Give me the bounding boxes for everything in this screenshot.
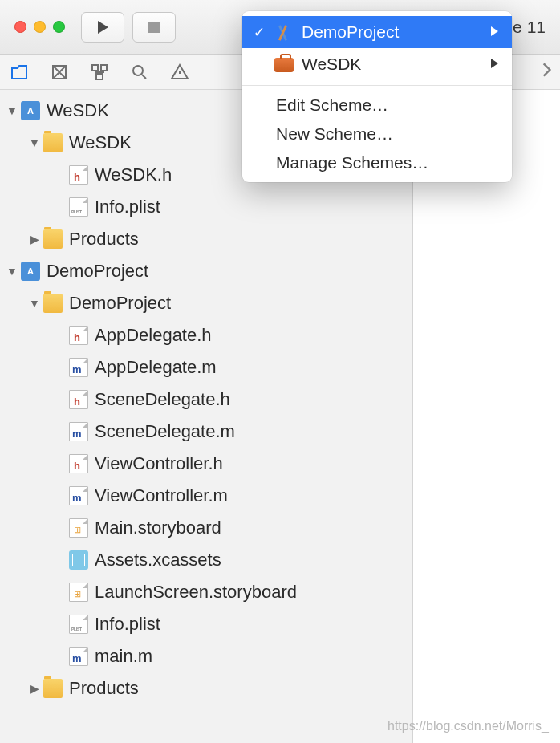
file-name: ViewController.m (95, 485, 228, 506)
file-row[interactable]: main.m (0, 640, 412, 672)
file-row[interactable]: AppDelegate.m (0, 351, 412, 384)
folder-icon (43, 294, 63, 313)
zoom-window-button[interactable] (53, 21, 65, 33)
project-name: DemoProject (47, 261, 148, 282)
edit-scheme-menu-item[interactable]: Edit Scheme… (242, 91, 512, 120)
scheme-menu: ✓ DemoProject WeSDK Edit Scheme… New Sch… (242, 11, 512, 182)
header-file-icon (69, 454, 88, 473)
folder-icon (43, 133, 63, 152)
disclosure-triangle-icon[interactable]: ▶ (29, 233, 40, 246)
watermark: https://blog.csdn.net/Morris_ (388, 719, 549, 733)
symbol-navigator-tab[interactable] (88, 61, 111, 83)
svg-point-4 (133, 66, 143, 75)
folder-name: Products (69, 678, 139, 699)
disclosure-triangle-icon[interactable]: ▼ (6, 104, 18, 117)
disclosure-triangle-icon[interactable]: ▼ (29, 136, 40, 149)
disclosure-triangle-icon[interactable]: ▶ (29, 682, 40, 695)
header-file-icon (69, 390, 88, 409)
file-name: AppDelegate.h (95, 325, 212, 346)
submenu-arrow-icon (489, 58, 499, 71)
file-name: SceneDelegate.h (95, 389, 230, 410)
source-control-navigator-tab[interactable] (48, 61, 71, 83)
file-name: WeSDK.h (95, 164, 172, 185)
new-scheme-menu-item[interactable]: New Scheme… (242, 120, 512, 148)
folder-row[interactable]: ▼ DemoProject (0, 287, 412, 319)
app-scheme-icon (274, 24, 294, 40)
scheme-menu-item-demoproject[interactable]: ✓ DemoProject (242, 16, 512, 48)
find-navigator-tab[interactable] (128, 61, 151, 83)
project-icon (21, 262, 40, 281)
file-name: Info.plist (95, 614, 160, 635)
assets-catalog-icon (69, 550, 88, 570)
header-file-icon (69, 326, 88, 345)
project-navigator: ▼ WeSDK ▼ WeSDK WeSDK.h Info.plist ▶ Pro… (0, 90, 413, 743)
stop-icon (148, 22, 160, 33)
folder-icon (43, 679, 63, 698)
play-icon (98, 21, 108, 34)
folder-row[interactable]: ▶ Products (0, 223, 412, 255)
project-name: WeSDK (47, 100, 109, 121)
storyboard-file-icon (69, 518, 88, 538)
minimize-window-button[interactable] (34, 21, 46, 33)
file-row[interactable]: AppDelegate.h (0, 319, 412, 351)
storyboard-file-icon (69, 583, 88, 602)
file-row[interactable]: Info.plist (0, 608, 412, 640)
file-name: ViewController.h (95, 453, 223, 474)
file-name: Main.storyboard (95, 518, 221, 538)
file-row[interactable]: SceneDelegate.h (0, 384, 412, 416)
project-row[interactable]: ▼ DemoProject (0, 255, 412, 287)
checkmark-icon: ✓ (254, 24, 266, 41)
svg-rect-3 (96, 74, 103, 79)
window-controls (14, 21, 65, 33)
file-row[interactable]: Assets.xcassets (0, 544, 412, 576)
framework-scheme-icon (274, 56, 294, 72)
scheme-label: WeSDK (302, 55, 361, 74)
folder-name: Products (69, 229, 139, 250)
submenu-arrow-icon (489, 26, 499, 39)
impl-file-icon (69, 358, 88, 377)
folder-name: WeSDK (69, 132, 132, 153)
folder-row[interactable]: ▶ Products (0, 672, 412, 704)
more-tabs-chevron-icon[interactable] (541, 59, 552, 84)
file-row[interactable]: Main.storyboard (0, 512, 412, 544)
file-row[interactable]: ViewController.h (0, 448, 412, 480)
issue-navigator-tab[interactable] (168, 61, 191, 83)
file-name: Info.plist (95, 197, 160, 217)
folder-icon (43, 229, 63, 249)
scheme-label: DemoProject (302, 22, 399, 42)
project-icon (21, 101, 40, 120)
scheme-menu-item-wesdk[interactable]: WeSDK (242, 48, 512, 80)
folder-name: DemoProject (69, 293, 171, 314)
file-name: SceneDelegate.m (95, 421, 235, 442)
file-name: Assets.xcassets (95, 550, 221, 570)
header-file-icon (69, 165, 88, 185)
file-row[interactable]: Info.plist (0, 191, 412, 223)
stop-button[interactable] (132, 12, 176, 43)
plist-file-icon (69, 197, 88, 217)
file-name: AppDelegate.m (95, 357, 217, 378)
file-row[interactable]: SceneDelegate.m (0, 416, 412, 448)
project-navigator-tab[interactable] (8, 61, 30, 83)
manage-schemes-menu-item[interactable]: Manage Schemes… (242, 148, 512, 177)
file-name: LaunchScreen.storyboard (95, 582, 297, 603)
file-row[interactable]: ViewController.m (0, 480, 412, 512)
file-row[interactable]: LaunchScreen.storyboard (0, 576, 412, 608)
svg-rect-2 (101, 65, 107, 71)
impl-file-icon (69, 486, 88, 505)
impl-file-icon (69, 422, 88, 441)
disclosure-triangle-icon[interactable]: ▼ (6, 265, 18, 278)
menu-separator (242, 85, 512, 86)
impl-file-icon (69, 647, 88, 666)
disclosure-triangle-icon[interactable]: ▼ (29, 297, 40, 310)
file-name: main.m (95, 646, 152, 667)
plist-file-icon (69, 615, 88, 634)
run-button[interactable] (81, 12, 124, 43)
svg-rect-1 (92, 65, 98, 71)
close-window-button[interactable] (14, 21, 26, 33)
